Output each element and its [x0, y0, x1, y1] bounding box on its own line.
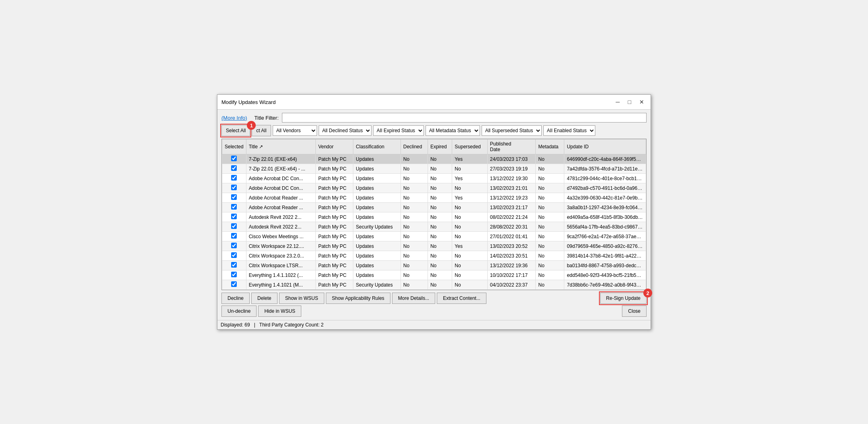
row-declined: No: [401, 222, 428, 232]
enabled-filter[interactable]: AIl Enabled Status: [543, 125, 595, 136]
row-classification: Updates: [353, 261, 401, 270]
minimize-button[interactable]: ─: [613, 98, 622, 106]
row-checkbox[interactable]: [231, 194, 237, 200]
row-metadata: No: [536, 174, 564, 183]
row-metadata: No: [536, 183, 564, 193]
row-classification: Updates: [353, 154, 401, 164]
row-checkbox[interactable]: [231, 214, 237, 219]
row-checkbox-cell[interactable]: [222, 251, 246, 261]
row-checkbox-cell[interactable]: [222, 174, 246, 183]
table-wrapper: Selected Title ↗ Vendor Classification D…: [221, 139, 647, 290]
table-row[interactable]: 7-Zip 22.01 (EXE-x64) - ...Patch My PCUp…: [222, 164, 646, 174]
table-row[interactable]: Cisco Webex Meetings ...Patch My PCUpdat…: [222, 232, 646, 241]
row-checkbox-cell[interactable]: [222, 232, 246, 241]
row-checkbox-cell[interactable]: [222, 183, 246, 193]
row-superseded: No: [452, 270, 487, 280]
table-row[interactable]: Autodesk Revit 2022 2...Patch My PCSecur…: [222, 222, 646, 232]
col-declined[interactable]: Declined: [401, 139, 428, 154]
table-row[interactable]: Citrix Workspace 23.2.0...Patch My PCUpd…: [222, 251, 646, 261]
close-button[interactable]: Close: [622, 306, 647, 317]
row-checkbox[interactable]: [231, 281, 237, 287]
row-checkbox-cell[interactable]: [222, 164, 246, 174]
select-all-button[interactable]: Select All: [221, 125, 250, 136]
row-checkbox[interactable]: [231, 262, 237, 268]
row-declined: No: [401, 164, 428, 174]
vendor-filter[interactable]: All Vendors: [273, 125, 317, 136]
title-filter-input[interactable]: [282, 113, 647, 123]
table-row[interactable]: Adobe Acrobat DC Con...Patch My PCUpdate…: [222, 183, 646, 193]
separator: |: [254, 322, 255, 328]
row-checkbox-cell[interactable]: [222, 241, 246, 251]
row-checkbox-cell[interactable]: [222, 280, 246, 290]
row-superseded: No: [452, 183, 487, 193]
metadata-filter[interactable]: All Metadata Status: [426, 125, 480, 136]
re-sign-update-button[interactable]: Re-Sign Update: [600, 293, 647, 304]
table-row[interactable]: Everything 1.4.1.1022 (...Patch My PCUpd…: [222, 270, 646, 280]
undecline-button[interactable]: Un-decline: [221, 306, 257, 317]
table-row[interactable]: Autodesk Revit 2022 2...Patch My PCUpdat…: [222, 212, 646, 222]
row-checkbox-cell[interactable]: [222, 270, 246, 280]
row-update-id: 4a32e399-0630-442c-81e7-0e9b0a123b1f: [564, 193, 646, 203]
row-classification: Updates: [353, 270, 401, 280]
table-row[interactable]: 7-Zip 22.01 (EXE-x64)Patch My PCUpdatesN…: [222, 154, 646, 164]
superseded-filter[interactable]: All Superseded Status: [482, 125, 542, 136]
row-checkbox-cell[interactable]: [222, 212, 246, 222]
row-checkbox[interactable]: [231, 233, 237, 239]
updates-table-container[interactable]: Selected Title ↗ Vendor Classification D…: [221, 139, 647, 290]
col-metadata[interactable]: Metadata: [536, 139, 564, 154]
row-title: Citrix Workspace LTSR...: [246, 261, 315, 270]
row-checkbox-cell[interactable]: [222, 261, 246, 270]
table-row[interactable]: Citrix Workspace LTSR...Patch My PCUpdat…: [222, 261, 646, 270]
row-published: 04/10/2022 23:37: [487, 280, 536, 290]
row-checkbox[interactable]: [231, 272, 237, 277]
row-checkbox-cell[interactable]: [222, 193, 246, 203]
maximize-button[interactable]: □: [626, 98, 634, 106]
decline-button[interactable]: Decline: [221, 293, 250, 304]
row-expired: No: [428, 222, 452, 232]
more-info-link[interactable]: (More Info): [221, 115, 247, 121]
extract-content-button[interactable]: Extract Content...: [437, 293, 486, 304]
table-row[interactable]: Citrix Workspace 22.12....Patch My PCUpd…: [222, 241, 646, 251]
more-details-button[interactable]: More Details...: [392, 293, 435, 304]
table-row[interactable]: Adobe Acrobat Reader ...Patch My PCUpdat…: [222, 203, 646, 212]
table-row[interactable]: Adobe Acrobat Reader ...Patch My PCUpdat…: [222, 193, 646, 203]
row-checkbox-cell[interactable]: [222, 154, 246, 164]
close-window-button[interactable]: ✕: [637, 98, 647, 106]
row-published: 13/12/2022 19:36: [487, 261, 536, 270]
declined-filter[interactable]: All Declined Status: [319, 125, 371, 136]
top-bar: (More Info) Title Filter:: [221, 113, 647, 123]
hide-in-wsus-button[interactable]: Hide in WSUS: [258, 306, 301, 317]
row-vendor: Patch My PC: [315, 270, 353, 280]
row-update-id: 3a8a0b1f-1297-4234-8e39-fc0645590435: [564, 203, 646, 212]
row-checkbox[interactable]: [231, 165, 237, 171]
row-checkbox[interactable]: [231, 252, 237, 258]
row-title: Everything 1.4.1021 (M...: [246, 280, 315, 290]
row-checkbox-cell[interactable]: [222, 222, 246, 232]
col-update-id[interactable]: Update ID: [564, 139, 646, 154]
row-checkbox[interactable]: [231, 175, 237, 181]
col-expired[interactable]: Expired: [428, 139, 452, 154]
table-row[interactable]: Adobe Acrobat DC Con...Patch My PCUpdate…: [222, 174, 646, 183]
row-superseded: No: [452, 212, 487, 222]
col-published-date[interactable]: PublishedDate: [487, 139, 536, 154]
row-checkbox[interactable]: [231, 185, 237, 190]
col-vendor[interactable]: Vendor: [315, 139, 353, 154]
row-checkbox[interactable]: [231, 156, 237, 161]
expired-filter[interactable]: AIl Expired Status: [373, 125, 424, 136]
row-metadata: No: [536, 193, 564, 203]
row-checkbox[interactable]: [231, 243, 237, 248]
row-vendor: Patch My PC: [315, 280, 353, 290]
row-checkbox[interactable]: [231, 204, 237, 210]
col-title[interactable]: Title ↗: [246, 139, 315, 154]
col-classification[interactable]: Classification: [353, 139, 401, 154]
row-published: 24/03/2023 17:03: [487, 154, 536, 164]
show-applicability-button[interactable]: Show Applicability Rules: [326, 293, 390, 304]
col-superseded[interactable]: Superseded: [452, 139, 487, 154]
row-checkbox[interactable]: [231, 223, 237, 229]
show-in-wsus-button[interactable]: Show in WSUS: [279, 293, 324, 304]
table-row[interactable]: Everything 1.4.1021 (M...Patch My PCSecu…: [222, 280, 646, 290]
row-update-id: 9ca2f766-e2a1-472e-a658-37ae73b38d55: [564, 232, 646, 241]
row-checkbox-cell[interactable]: [222, 203, 246, 212]
row-metadata: No: [536, 280, 564, 290]
delete-button[interactable]: Delete: [251, 293, 278, 304]
